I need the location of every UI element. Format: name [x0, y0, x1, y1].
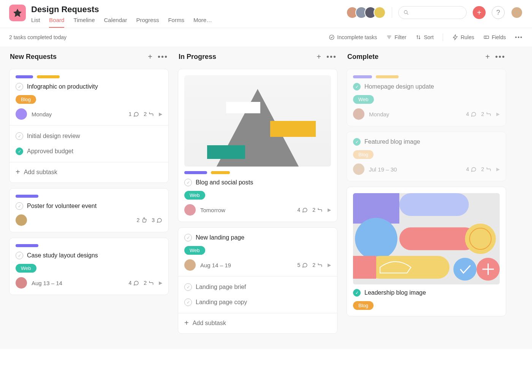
task-card[interactable]: ✓ New landing page Web Aug 14 – 19 5 2 ▶… [178, 227, 337, 334]
subtasks-count[interactable]: 2 [144, 280, 154, 286]
comments-count[interactable]: 1 [128, 111, 139, 117]
column-more-button[interactable]: ••• [326, 52, 337, 61]
comments-count[interactable]: 4 [128, 280, 139, 286]
add-subtask-button[interactable]: + Add subtask [16, 168, 162, 176]
divider [392, 7, 392, 18]
complete-toggle[interactable]: ✓ [16, 148, 23, 155]
subtasks-count[interactable]: 2 [481, 111, 492, 117]
subtasks-count[interactable]: 2 [144, 111, 154, 117]
column-new-requests: New Requests + ••• ✓ Infographic on prod… [9, 50, 169, 295]
complete-toggle[interactable]: ✓ [16, 202, 23, 210]
comments-count[interactable]: 4 [297, 207, 308, 213]
complete-toggle[interactable]: ✓ [353, 289, 361, 297]
incomplete-tasks-filter[interactable]: Incomplete tasks [329, 34, 377, 40]
assignee-avatar[interactable] [184, 204, 196, 216]
rules-button[interactable]: Rules [452, 34, 474, 40]
tag-web[interactable]: Web [184, 191, 205, 200]
meta-row: 2 3 [16, 214, 162, 226]
svg-point-13 [355, 218, 397, 260]
task-card[interactable]: ✓ Homepage design update Web Monday 4 2 … [347, 69, 506, 126]
complete-toggle[interactable]: ✓ [353, 83, 361, 90]
tab-timeline[interactable]: Timeline [73, 17, 95, 28]
tab-forms[interactable]: Forms [168, 17, 184, 28]
tag-blog[interactable]: Blog [353, 150, 374, 159]
tab-calendar[interactable]: Calendar [104, 17, 127, 28]
subtasks-count[interactable]: 2 [481, 166, 492, 172]
tab-progress[interactable]: Progress [136, 17, 159, 28]
assignee-avatar[interactable] [353, 163, 364, 175]
subtasks-count[interactable]: 2 [312, 207, 323, 213]
subtask-row[interactable]: ✓ Landing page brief [184, 282, 331, 292]
tag-web[interactable]: Web [184, 246, 205, 255]
likes-count[interactable]: 2 [136, 217, 147, 223]
plus-icon: + [16, 168, 20, 176]
add-card-button[interactable]: + [148, 52, 152, 61]
help-button[interactable]: ? [492, 6, 505, 19]
sort-button[interactable]: Sort [415, 34, 434, 40]
add-card-button[interactable]: + [485, 52, 490, 61]
tag-web[interactable]: Web [16, 264, 36, 273]
comment-icon [302, 262, 308, 268]
tag-web[interactable]: Web [353, 95, 374, 104]
pill [353, 75, 372, 78]
assignee-avatar[interactable] [16, 277, 27, 289]
subtask-row[interactable]: ✓ Approved budget [16, 146, 162, 157]
task-card[interactable]: ✓ Poster for volunteer event 2 3 [9, 188, 169, 232]
tab-board[interactable]: Board [49, 17, 64, 28]
fields-icon [483, 34, 489, 40]
pills [184, 171, 331, 174]
task-card[interactable]: ✓ Featured blog image Blog Jul 19 – 30 4… [347, 132, 506, 181]
more-button[interactable]: ••• [515, 34, 523, 40]
column-more-button[interactable]: ••• [158, 52, 168, 61]
complete-toggle[interactable]: ✓ [16, 132, 23, 140]
assignee-avatar[interactable] [16, 108, 27, 120]
chevron-right-icon: ▶ [328, 262, 331, 268]
tag-blog[interactable]: Blog [16, 95, 36, 104]
assignee-avatar[interactable] [16, 214, 27, 226]
complete-toggle[interactable]: ✓ [184, 234, 192, 241]
task-card[interactable]: ✓ Infographic on productivity Blog Monda… [9, 69, 169, 183]
complete-toggle[interactable]: ✓ [353, 138, 361, 146]
tag-blog[interactable]: Blog [353, 301, 374, 310]
tab-more[interactable]: More… [193, 17, 212, 28]
fields-button[interactable]: Fields [483, 34, 506, 40]
task-card[interactable]: ✓ Blog and social posts Web Tomorrow 4 2… [178, 69, 337, 222]
filter-button[interactable]: Filter [386, 34, 406, 40]
pill [16, 75, 33, 78]
project-icon[interactable] [9, 5, 26, 21]
comments-count[interactable]: 4 [466, 166, 477, 172]
task-title: Blog and social posts [196, 179, 253, 186]
due-date: Tomorrow [200, 207, 225, 213]
task-card[interactable]: ✓ Leadership blog image Blog [347, 187, 506, 316]
complete-toggle[interactable]: ✓ [184, 283, 192, 291]
assignee-avatar[interactable] [184, 259, 196, 271]
search-input[interactable] [398, 6, 467, 19]
subtask-row[interactable]: ✓ Initial design review [16, 131, 162, 141]
counters: 4 2 ▶ [128, 280, 162, 286]
add-card-button[interactable]: + [317, 52, 321, 61]
task-card[interactable]: ✓ Case study layout designs Web Aug 13 –… [9, 238, 169, 295]
complete-toggle[interactable]: ✓ [184, 298, 192, 306]
subtask-row[interactable]: ✓ Landing page copy [184, 297, 331, 308]
svg-line-2 [407, 13, 408, 15]
complete-toggle[interactable]: ✓ [184, 179, 192, 186]
user-avatar[interactable] [511, 6, 523, 19]
complete-toggle[interactable]: ✓ [16, 252, 23, 259]
team-avatars[interactable] [349, 6, 386, 19]
subtasks-count[interactable]: 2 [312, 262, 323, 268]
tab-list[interactable]: List [31, 17, 40, 28]
counters: 5 2 ▶ [297, 262, 331, 268]
due-date: Monday [32, 111, 52, 117]
task-title: New landing page [196, 234, 244, 241]
comments-count[interactable]: 4 [466, 111, 477, 117]
complete-toggle[interactable]: ✓ [16, 83, 23, 90]
subtask-icon [317, 207, 323, 213]
column-more-button[interactable]: ••• [495, 52, 505, 61]
avatar[interactable] [374, 6, 386, 19]
svg-point-19 [453, 258, 477, 281]
add-button[interactable]: + [473, 6, 486, 19]
add-subtask-button[interactable]: + Add subtask [184, 319, 331, 327]
comments-count[interactable]: 3 [152, 217, 162, 223]
comments-count[interactable]: 5 [297, 262, 308, 268]
assignee-avatar[interactable] [353, 108, 364, 120]
